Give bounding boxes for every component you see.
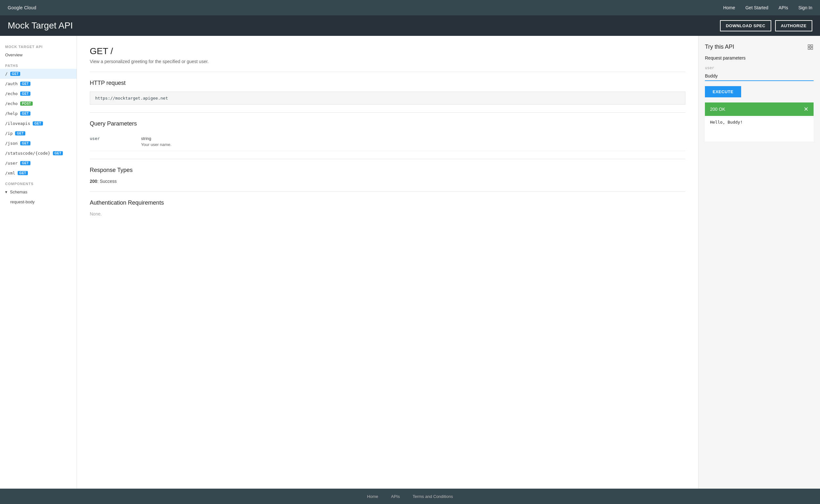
try-panel-title: Try this API [705,44,734,50]
response-types-title: Response Types [90,167,685,174]
sidebar-path-echo-post[interactable]: /echo POST [0,99,77,109]
path-label: /auth [5,81,18,86]
path-label: /help [5,111,18,116]
sidebar-path-user-get[interactable]: /user GET [0,158,77,168]
download-spec-button[interactable]: DOWNLOAD SPEC [720,20,771,31]
overview-label: Overview [5,53,22,57]
user-input[interactable] [705,71,814,81]
response-close-button[interactable]: ✕ [804,106,808,112]
footer: Home APIs Terms and Conditions [0,489,820,504]
divider-4 [90,191,685,192]
sidebar-path-statuscode-get[interactable]: /statuscode/{code} GET [0,148,77,158]
divider-2 [90,112,685,113]
badge-get: GET [20,111,30,116]
nav-apis[interactable]: APIs [779,5,788,10]
auth-title: Authentication Requirements [90,199,685,206]
response-item: 200: Success [90,179,685,184]
param-field-section: user [705,66,814,81]
badge-get: GET [10,72,20,76]
sidebar-schema-request-body[interactable]: request-body [0,197,77,207]
sidebar-path-auth-get[interactable]: /auth GET [0,79,77,89]
sidebar-path-json-get[interactable]: /json GET [0,138,77,148]
badge-get: GET [20,92,30,96]
svg-rect-1 [811,45,813,46]
response-code: 200 [90,179,97,184]
endpoint-desc: View a personalized greeting for the spe… [90,59,685,64]
sidebar-components-title: COMPONENTS [0,178,77,187]
schemas-expand-icon: ▾ [5,190,7,194]
header-actions: DOWNLOAD SPEC AUTHORIZE [720,20,812,31]
response-status: 200 OK [710,107,725,112]
nav-links: Home Get Started APIs Sign In [723,5,812,10]
top-nav: Google Cloud Home Get Started APIs Sign … [0,0,820,15]
badge-get: GET [15,131,25,135]
svg-rect-0 [808,45,810,46]
request-params-title: Request parameters [705,55,814,61]
response-label: Success [100,179,117,184]
auth-value: None. [90,211,685,216]
footer-apis[interactable]: APIs [391,494,400,499]
main-layout: MOCK TARGET API Overview PATHS / GET /au… [0,36,820,489]
footer-home[interactable]: Home [367,494,378,499]
param-type: string [141,136,171,141]
sidebar-api-title: MOCK TARGET API [0,41,77,50]
main-content: GET / View a personalized greeting for t… [77,36,698,489]
badge-get: GET [20,82,30,86]
query-params-table: user string Your user name. [90,132,685,151]
path-label: /echo [5,91,18,96]
page-title: Mock Target API [8,20,73,31]
schema-item-label: request-body [10,199,35,204]
sidebar-path-help-get[interactable]: /help GET [0,109,77,118]
svg-rect-2 [808,47,810,49]
schemas-label: Schemas [10,190,27,194]
param-details: string Your user name. [141,136,171,147]
sidebar-path-ip-get[interactable]: /ip GET [0,128,77,138]
param-field-label: user [705,66,814,70]
http-url-box: https://mocktarget.apigee.net [90,92,685,105]
response-body: Hello, Buddy! [705,116,814,142]
path-label: /xml [5,171,15,175]
divider-1 [90,72,685,72]
request-params-section: Request parameters [705,55,814,61]
param-desc: Your user name. [141,142,171,147]
path-label: /statuscode/{code} [5,151,50,156]
sidebar-path-iloveapis-get[interactable]: /iloveapis GET [0,118,77,128]
badge-get: GET [33,121,43,126]
response-section: 200 OK ✕ Hello, Buddy! [705,102,814,142]
badge-post: POST [20,102,32,106]
sidebar-path-echo-get[interactable]: /echo GET [0,89,77,99]
param-name: user [90,136,128,147]
path-label: /echo [5,101,18,106]
path-label: /iloveapis [5,121,30,126]
sidebar-paths-title: PATHS [0,60,77,69]
sidebar-path-root-get[interactable]: / GET [0,69,77,79]
nav-get-started[interactable]: Get Started [745,5,768,10]
sidebar-path-xml-get[interactable]: /xml GET [0,168,77,178]
path-label: /ip [5,131,12,136]
badge-get: GET [53,151,63,155]
try-panel-header: Try this API [705,44,814,50]
divider-3 [90,159,685,159]
nav-sign-in[interactable]: Sign In [798,5,812,10]
response-banner: 200 OK ✕ [705,102,814,116]
brand-name: Google Cloud [8,5,36,10]
nav-home[interactable]: Home [723,5,735,10]
execute-button[interactable]: EXECUTE [705,86,741,97]
badge-get: GET [20,161,30,165]
endpoint-title: GET / [90,46,685,56]
path-label: /user [5,161,18,166]
authorize-button[interactable]: AUTHORIZE [775,20,812,31]
sidebar-item-overview[interactable]: Overview [0,50,77,60]
svg-rect-3 [811,47,813,49]
try-api-panel: Try this API Request parameters user EXE… [698,36,820,489]
query-params-title: Query Parameters [90,120,685,127]
page-header: Mock Target API DOWNLOAD SPEC AUTHORIZE [0,15,820,36]
badge-get: GET [20,141,30,145]
query-param-row: user string Your user name. [90,132,685,151]
badge-get: GET [18,171,28,175]
footer-terms[interactable]: Terms and Conditions [413,494,453,499]
sidebar-schemas[interactable]: ▾ Schemas [0,187,77,197]
expand-icon[interactable] [807,44,814,50]
response-colon: : [97,179,100,184]
http-request-title: HTTP request [90,80,685,86]
